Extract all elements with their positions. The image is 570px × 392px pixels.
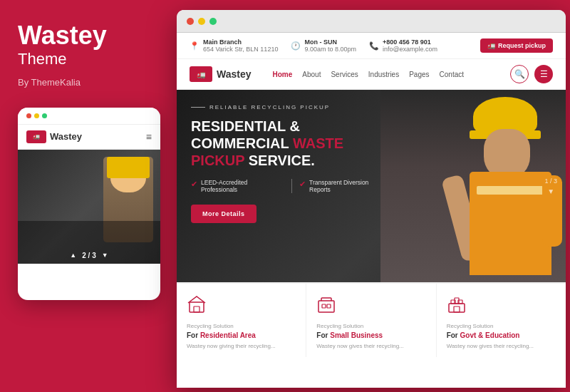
card-residential-text: Wastey now giving their recycling... (187, 342, 296, 350)
mobile-page-number: 2 / 3 (82, 252, 95, 259)
card-small-business: Recycling Solution For Small Business Wa… (306, 284, 436, 357)
nav-link-pages[interactable]: Pages (409, 71, 429, 78)
nav-link-home[interactable]: Home (273, 71, 293, 78)
mobile-nav-bar: 🚛 Wastey ≡ (18, 125, 160, 150)
small-business-icon (316, 294, 425, 317)
clock-icon: 🕐 (291, 41, 301, 51)
pickup-label: Request pickup (498, 42, 546, 49)
svg-rect-0 (190, 302, 204, 312)
hero-feature-1: ✔ LEED-Accredited Professionals (191, 179, 284, 193)
slider-arrow-down[interactable]: ▼ (547, 187, 554, 195)
checkmark-icon-1: ✔ (191, 180, 197, 189)
card-small-business-eyebrow: Recycling Solution (316, 323, 425, 329)
nav-icons: 🔍 ☰ (510, 65, 553, 83)
mobile-dot-green (42, 113, 47, 118)
browser-dot-red (187, 18, 194, 25)
card-small-business-text: Wastey now gives their recycling... (316, 342, 425, 350)
topbar-hours-label: Mon - SUN (304, 38, 356, 46)
mobile-logo-icon: 🚛 (26, 130, 46, 143)
svg-rect-4 (327, 304, 331, 308)
nav-link-industries[interactable]: Industries (368, 71, 399, 78)
topbar-phone-value: info@example.com (383, 46, 437, 53)
card-govt-text: Wastey now gives their recycling... (447, 342, 556, 350)
request-pickup-button[interactable]: 🚛 Request pickup (480, 38, 553, 53)
brand-by: By ThemeKalia (18, 77, 159, 88)
nav-link-contact[interactable]: Contact (440, 71, 464, 78)
residential-icon (187, 294, 296, 317)
brand-subtitle: Theme (18, 50, 159, 68)
hero-title-pickup: PICKUP (191, 153, 244, 168)
topbar-location: 📍 Main Branch 654 Varick Str, BLN 11210 (190, 38, 278, 53)
mobile-dots (26, 113, 47, 118)
hero-title: RESIDENTIAL & COMMERCIAL WASTE PICKUP SE… (191, 118, 390, 169)
nav-links: Home About Services Industries Pages Con… (273, 71, 510, 78)
more-details-button[interactable]: More Details (191, 205, 256, 223)
topbar-phone: 📞 +800 456 78 901 info@example.com (369, 38, 437, 53)
menu-button[interactable]: ☰ (534, 65, 553, 83)
mobile-mockup: 🚛 Wastey ≡ ▲ 2 / 3 ▼ (18, 108, 160, 300)
hero-title-line1: RESIDENTIAL & (191, 118, 390, 135)
svg-rect-1 (194, 306, 200, 312)
hero-section: RELIABLE RECYCLING PICKUP RESIDENTIAL & … (177, 90, 566, 282)
card-govt-eyebrow: Recycling Solution (447, 323, 556, 329)
site-topbar: 📍 Main Branch 654 Varick Str, BLN 11210 … (177, 33, 566, 59)
worker-vest (470, 172, 551, 275)
mobile-pagination: ▲ 2 / 3 ▼ (70, 252, 108, 259)
topbar-location-info: Main Branch 654 Varick Str, BLN 11210 (203, 38, 278, 53)
left-panel: Wastey Theme By ThemeKalia 🚛 Wastey ≡ (0, 0, 177, 392)
card-small-business-highlight: Small Business (330, 331, 383, 339)
card-govt-title: For Govt & Education (447, 331, 556, 339)
cards-row: Recycling Solution For Residential Area … (177, 282, 566, 357)
brand-name: Wastey (18, 21, 159, 50)
mobile-hero-image: ▲ 2 / 3 ▼ (18, 150, 160, 264)
topbar-hours: 🕐 Mon - SUN 9.00am to 8.00pm (291, 38, 356, 53)
topbar-hours-info: Mon - SUN 9.00am to 8.00pm (304, 38, 356, 53)
svg-rect-9 (454, 306, 460, 312)
site-nav: 🚛 Wastey Home About Services Industries … (177, 59, 566, 90)
mobile-logo: 🚛 Wastey (26, 130, 82, 143)
topbar-phone-label: +800 456 78 901 (383, 38, 437, 46)
browser-chrome (177, 10, 566, 33)
phone-icon: 📞 (369, 41, 379, 51)
hero-content: RELIABLE RECYCLING PICKUP RESIDENTIAL & … (191, 104, 390, 223)
hero-feature-2: ✔ Transparent Diversion Reports (299, 179, 390, 193)
site-logo-text: Wastey (217, 68, 252, 80)
card-residential-eyebrow: Recycling Solution (187, 323, 296, 329)
hero-title-line3: PICKUP SERVICE. (191, 152, 390, 169)
mobile-chrome-bar (18, 108, 160, 125)
mobile-hamburger-icon[interactable]: ≡ (146, 131, 152, 143)
hero-eyebrow: RELIABLE RECYCLING PICKUP (191, 104, 390, 110)
topbar-phone-info: +800 456 78 901 info@example.com (383, 38, 437, 53)
card-residential-highlight: Residential Area (200, 331, 256, 339)
browser-dot-green (209, 18, 217, 25)
nav-link-about[interactable]: About (302, 71, 321, 78)
mobile-chevron-down[interactable]: ▼ (102, 252, 108, 259)
hero-title-line2: COMMERCIAL WASTE (191, 135, 390, 152)
slider-number: 1 / 3 (544, 177, 557, 185)
hero-feature-2-label: Transparent Diversion Reports (309, 179, 390, 193)
site-logo: 🚛 Wastey (190, 66, 252, 82)
worker-vest-stripe (477, 186, 544, 195)
hero-title-highlight: WASTE (293, 135, 343, 151)
location-icon: 📍 (190, 41, 200, 51)
card-small-business-title: For Small Business (316, 331, 425, 339)
search-button[interactable]: 🔍 (510, 65, 529, 83)
hero-slider-nav: 1 / 3 ▼ (544, 177, 557, 195)
topbar-location-value: 654 Varick Str, BLN 11210 (203, 46, 278, 53)
nav-link-services[interactable]: Services (331, 71, 358, 78)
svg-rect-3 (322, 304, 326, 308)
hero-feature-1-label: LEED-Accredited Professionals (201, 179, 284, 193)
checkmark-icon-2: ✔ (299, 180, 306, 189)
pickup-icon: 🚛 (487, 42, 495, 49)
hero-feature-divider (291, 179, 292, 193)
hero-features: ✔ LEED-Accredited Professionals ✔ Transp… (191, 179, 390, 193)
browser-window: 📍 Main Branch 654 Varick Str, BLN 11210 … (177, 10, 566, 388)
card-residential-title: For Residential Area (187, 331, 296, 339)
svg-rect-2 (318, 301, 334, 312)
mobile-logo-text: Wastey (50, 131, 82, 142)
mobile-chevron-up[interactable]: ▲ (70, 252, 76, 259)
card-residential: Recycling Solution For Residential Area … (177, 284, 306, 357)
card-govt-highlight: Govt & Education (460, 331, 520, 339)
mobile-dot-yellow (34, 113, 39, 118)
browser-dot-yellow (198, 18, 205, 25)
